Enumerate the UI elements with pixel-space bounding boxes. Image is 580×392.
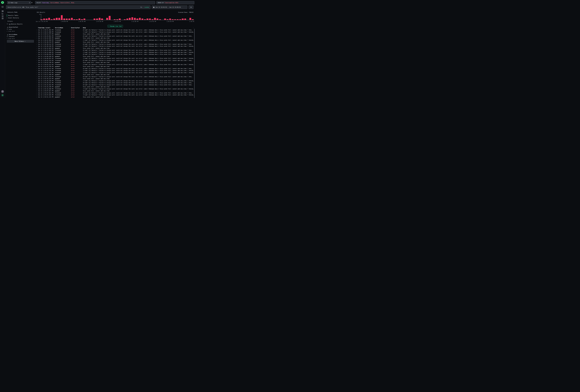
sidebar-item-results-table[interactable]: Results Table (8, 15, 18, 16)
source-selector[interactable]: Demo Logs (7, 1, 31, 4)
chart-bar[interactable] (106, 18, 108, 20)
order-by-input[interactable]: ORDER BY TimestampTime DESC (156, 1, 194, 4)
chart-bar[interactable] (109, 16, 110, 20)
table-row[interactable]: ›Jun 11 1:56:51.980 PMfrontenderror{"cod… (0, 31, 195, 33)
cell-service: payment (55, 96, 60, 98)
table-row[interactable]: ›Jun 11 1:56:08.956 PMfrontenderror× {"c… (0, 53, 195, 55)
nav-dashboards[interactable] (2, 17, 4, 19)
cell-service: payment (55, 66, 60, 68)
table-row[interactable]: ›Jun 11 1:56:03.254 PMfrontenderror× {"c… (0, 59, 195, 62)
table-row[interactable]: ›Jun 11 1:55:07.835 PMfrontenderror{"cod… (0, 94, 195, 96)
denoise-checkbox[interactable] (7, 23, 8, 25)
table-row[interactable]: ›Jun 11 1:55:51.448 PMpaymenterrorVisa c… (0, 74, 195, 76)
table-row[interactable]: ›Jun 11 1:56:38.534 PMpaymenterrorVisa c… (0, 41, 195, 43)
table-row[interactable]: ›Jun 11 1:55:16.302 PMfrontenderror× {"c… (0, 84, 195, 86)
table-row[interactable]: ›Jun 11 1:56:43.001 PMfrontenderror× {"c… (0, 35, 195, 37)
column-resize-handle[interactable]: ⋮ (53, 27, 54, 28)
table-row[interactable]: ›Jun 11 1:55:07.841 PMfrontenderror× {"c… (0, 92, 195, 94)
table-row[interactable]: ›Jun 11 1:55:51.452 PMfrontenderror{"cod… (0, 72, 195, 74)
chart-bar[interactable] (99, 18, 101, 20)
chart-bar[interactable] (139, 18, 141, 20)
mode-lucene-button[interactable]: Lucene (145, 6, 149, 8)
table-row[interactable]: ›Jun 11 1:56:42.995 PMpaymenterrorVisa c… (0, 37, 195, 39)
table-row[interactable]: ›Jun 11 1:56:32.849 PMfrontenderror× {"c… (0, 49, 195, 51)
inactive-item-indicator (7, 17, 7, 19)
mode-sql-button[interactable]: SQL (140, 6, 143, 8)
table-row[interactable]: ›Jun 11 1:55:59.767 PMfrontenderror× {"c… (0, 68, 195, 70)
cell-timestamp: Jun 11 1:54:52.241 PM (38, 96, 53, 98)
cell-body: Visa cache full: cannot add new item. (83, 41, 194, 43)
cell-service: frontend (55, 53, 61, 55)
table-row[interactable]: ›Jun 11 1:56:42.999 PMfrontenderror{"cod… (0, 39, 195, 41)
search-query-input[interactable]: SeverityText:error AND "Visa cache full"… (6, 5, 150, 9)
cell-severity: error (71, 82, 75, 84)
table-row[interactable]: ›Jun 11 1:56:08.955 PMfrontenderror{"cod… (0, 57, 195, 59)
table-scrollbar[interactable] (194, 29, 195, 98)
nav-client-sessions[interactable] (2, 15, 4, 17)
select-clause-input[interactable]: SELECT Timestamp, ServiceName, SeverityT… (35, 1, 155, 4)
table-row[interactable]: ›Jun 11 1:56:03.248 PMpaymenterrorVisa c… (0, 61, 195, 64)
table-row[interactable]: ›Jun 11 1:55:39.330 PMfrontenderror{"cod… (0, 80, 195, 82)
x-axis-label: 1:49:15 PM (114, 21, 121, 22)
table-row[interactable]: ›Jun 11 1:56:38.540 PMfrontenderror{"cod… (0, 45, 195, 47)
table-row[interactable]: ›Jun 11 1:55:51.454 PMfrontenderror× {"c… (0, 76, 195, 78)
col-body[interactable]: Body (83, 27, 86, 28)
cell-body: Visa cache full: cannot add new item. (83, 61, 194, 64)
chart-bar[interactable] (154, 18, 156, 20)
table-row[interactable]: ›Jun 11 1:55:59.765 PMfrontenderror{"cod… (0, 70, 195, 72)
column-resize-handle[interactable]: ⋮ (193, 27, 194, 28)
chart-bar[interactable] (58, 18, 60, 20)
chart-bar[interactable] (71, 18, 73, 20)
table-row[interactable]: ›Jun 11 1:56:38.542 PMfrontenderror× {"c… (0, 43, 195, 45)
table-row[interactable]: ›Jun 11 1:56:51.975 PMpaymenterrorVisa c… (0, 33, 195, 35)
row-expand-icon: › (36, 33, 37, 35)
source-settings-button[interactable]: ⚙ (31, 1, 32, 3)
run-query-button[interactable] (189, 5, 193, 9)
row-expand-icon: › (36, 80, 37, 82)
cell-body: × {"code":13,"details":"failed to charge… (83, 68, 194, 70)
chart-bar[interactable] (48, 18, 50, 20)
table-row[interactable]: ›Jun 11 1:56:08.948 PMpaymenterrorVisa c… (0, 55, 195, 58)
table-row[interactable]: ›Jun 11 1:56:03.252 PMfrontenderror{"cod… (0, 64, 195, 66)
table-row[interactable]: ›Jun 11 1:55:07.827 PMpaymenterrorVisa c… (0, 90, 195, 92)
table-row[interactable]: ›Jun 11 1:56:32.843 PMpaymenterrorVisa c… (0, 47, 195, 49)
table-row[interactable]: ›Jun 11 1:54:52.241 PMpaymenterrorVisa c… (0, 96, 195, 98)
chart-xaxis: Jun 11 1:41:45 PM1:44:00 PM1:45:45 PM1:4… (40, 20, 194, 22)
chart-bar[interactable] (134, 18, 136, 20)
table-row[interactable]: ›Jun 11 1:56:51.982 PMfrontenderror× {"c… (0, 29, 195, 31)
column-resize-handle[interactable]: ⋮ (69, 27, 71, 28)
cell-timestamp: Jun 11 1:56:42.999 PM (38, 39, 53, 41)
table-row[interactable]: ›Jun 11 1:55:39.331 PMfrontenderror× {"c… (0, 82, 195, 84)
col-timestamp[interactable]: Timestamp (Local) (38, 27, 50, 28)
cell-timestamp: Jun 11 1:56:03.252 PM (38, 64, 53, 66)
mode-divider: | (143, 6, 144, 8)
chart-bar[interactable] (129, 18, 131, 20)
app-logo[interactable] (1, 1, 4, 4)
time-range-picker[interactable]: Jun 11 13:41:52 - Jun 11 13:56:52 (152, 5, 187, 9)
toggle-sidebar-button[interactable] (2, 6, 4, 8)
chart-bar[interactable] (61, 15, 63, 20)
cell-body: {"code":13,"details":"failed to charge c… (83, 45, 194, 47)
chart-bar[interactable] (189, 18, 191, 20)
select-field: Body (71, 2, 74, 3)
cell-body: Visa cache full: cannot add new item. (83, 37, 194, 39)
sidebar-item-event-patterns[interactable]: Event Patterns (8, 17, 19, 19)
table-row[interactable]: ›Jun 11 1:55:16.296 PMpaymenterrorVisa c… (0, 86, 195, 88)
col-servicename[interactable]: ServiceName (55, 27, 63, 28)
column-resize-handle[interactable]: ⋮ (81, 27, 82, 28)
table-row[interactable]: ›Jun 11 1:55:16.300 PMfrontenderror{"cod… (0, 88, 195, 90)
cell-timestamp: Jun 11 1:56:08.955 PM (38, 57, 53, 59)
table-row[interactable]: ›Jun 11 1:55:59.760 PMpaymenterrorVisa c… (0, 66, 195, 68)
cell-severity: error (71, 88, 75, 90)
table-row[interactable]: ›Jun 11 1:55:39.324 PMpaymenterrorVisa c… (0, 78, 195, 80)
chart-bar[interactable] (56, 18, 58, 20)
x-axis-label: 1:52:45 PM (149, 21, 156, 22)
nav-search-logs[interactable] (2, 10, 4, 12)
cell-body: Visa cache full: cannot add new item. (83, 47, 194, 49)
cell-timestamp: Jun 11 1:56:08.956 PM (38, 53, 53, 55)
nav-chart-explorer[interactable] (2, 13, 4, 15)
cell-service: frontend (55, 68, 61, 70)
chart-bar[interactable] (132, 17, 133, 20)
col-severitytext[interactable]: SeverityText (71, 27, 80, 28)
table-row[interactable]: ›Jun 11 1:56:32.848 PMfrontenderror{"cod… (0, 51, 195, 53)
